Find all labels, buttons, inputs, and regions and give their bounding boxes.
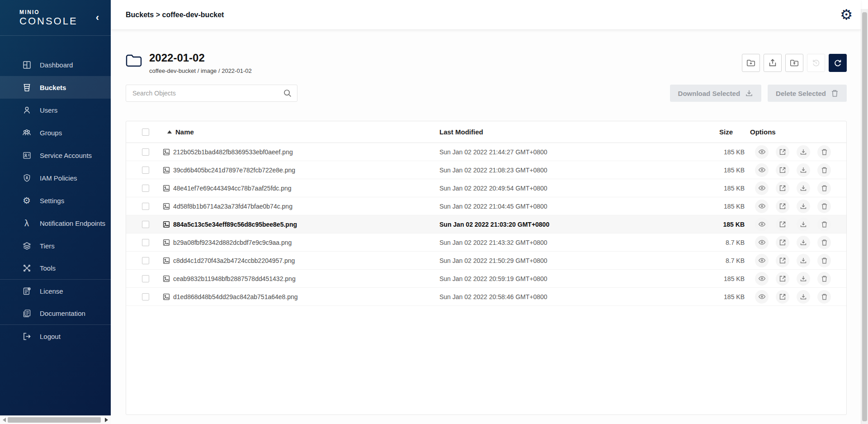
- upload-folder-button[interactable]: [785, 54, 803, 72]
- sidebar-item-logout[interactable]: Logout: [0, 325, 111, 348]
- sidebar-item-tools[interactable]: Tools: [0, 257, 111, 280]
- row-checkbox[interactable]: [142, 203, 149, 210]
- preview-button[interactable]: [755, 200, 769, 213]
- table-row[interactable]: 4d58f8b1b6714a23a73fd47bfae0b74c.png Sun…: [126, 197, 846, 215]
- object-size: 185 KB: [690, 185, 745, 192]
- object-size: 185 KB: [690, 148, 745, 156]
- delete-button[interactable]: [817, 200, 831, 213]
- horizontal-scrollbar-thumb[interactable]: [8, 417, 101, 423]
- vertical-scrollbar[interactable]: [861, 9, 868, 424]
- delete-button[interactable]: [817, 218, 831, 231]
- new-folder-button[interactable]: [742, 54, 760, 72]
- upload-file-button[interactable]: [764, 54, 782, 72]
- select-all-checkbox[interactable]: [142, 129, 149, 136]
- row-checkbox[interactable]: [142, 185, 149, 192]
- preview-button[interactable]: [755, 218, 769, 231]
- preview-button[interactable]: [755, 236, 769, 249]
- download-selected-button[interactable]: Download Selected: [670, 85, 762, 102]
- download-button[interactable]: [797, 145, 810, 159]
- row-checkbox[interactable]: [142, 275, 149, 282]
- share-icon: [779, 239, 786, 246]
- row-checkbox[interactable]: [142, 167, 149, 174]
- gear-icon[interactable]: ⚙: [840, 8, 853, 22]
- preview-button[interactable]: [755, 181, 769, 195]
- table-row[interactable]: ceab9832b11948bfb2887578dd451432.png Sun…: [126, 270, 846, 288]
- download-button[interactable]: [797, 290, 810, 304]
- download-button[interactable]: [797, 181, 810, 195]
- license-icon: [22, 286, 32, 296]
- scroll-left-arrow[interactable]: [3, 418, 6, 422]
- delete-button[interactable]: [817, 272, 831, 286]
- share-button[interactable]: [776, 200, 789, 213]
- delete-button[interactable]: [817, 145, 831, 159]
- delete-button[interactable]: [817, 290, 831, 304]
- table-row[interactable]: b29a08fbf92342d882dcbdf7e9c9c9aa.png Sun…: [126, 233, 846, 252]
- share-button[interactable]: [776, 145, 789, 159]
- preview-button[interactable]: [755, 272, 769, 286]
- delete-button[interactable]: [817, 163, 831, 177]
- table-row[interactable]: c8dd4c1d270f43a2b4724ccbb2204957.png Sun…: [126, 252, 846, 270]
- table-row[interactable]: 212b052b1bad482fb8369533ebf0aeef.png Sun…: [126, 143, 846, 161]
- sidebar-menu: Dashboard Buckets Users Groups Service A: [0, 36, 111, 348]
- sidebar-item-tiers[interactable]: Tiers: [0, 234, 111, 257]
- share-button[interactable]: [776, 272, 789, 286]
- row-checkbox[interactable]: [142, 257, 149, 264]
- table-row[interactable]: 884a5c13c5e34eff89c56d8c95bee8e5.png Sun…: [126, 215, 846, 233]
- horizontal-scrollbar[interactable]: [0, 415, 111, 424]
- eye-icon: [758, 202, 766, 210]
- column-header-name[interactable]: Name: [158, 128, 439, 136]
- sidebar-item-buckets[interactable]: Buckets: [0, 76, 111, 99]
- sidebar-item-license[interactable]: License: [0, 280, 111, 302]
- sidebar-item-documentation[interactable]: Documentation: [0, 302, 111, 325]
- download-button[interactable]: [797, 218, 810, 231]
- share-button[interactable]: [776, 163, 789, 177]
- object-last-modified: Sun Jan 02 2022 21:03:20 GMT+0800: [439, 221, 690, 228]
- sidebar: MINIO CONSOLE ‹ Dashboard Buckets Users: [0, 0, 111, 415]
- rewind-button[interactable]: [807, 54, 825, 72]
- trash-icon: [821, 275, 828, 282]
- share-icon: [779, 257, 786, 264]
- sidebar-item-dashboard[interactable]: Dashboard: [0, 53, 111, 76]
- sidebar-item-iam-policies[interactable]: IAM Policies: [0, 167, 111, 189]
- download-button[interactable]: [797, 163, 810, 177]
- share-button[interactable]: [776, 254, 789, 267]
- search-icon: [283, 89, 292, 98]
- table-row[interactable]: d1ed868d48b54dd29ac842ab751a64e8.png Sun…: [126, 288, 846, 306]
- delete-button[interactable]: [817, 181, 831, 195]
- preview-button[interactable]: [755, 290, 769, 304]
- sidebar-item-users[interactable]: Users: [0, 99, 111, 121]
- delete-button[interactable]: [817, 254, 831, 267]
- table-row[interactable]: 48e41ef7e69c443494cc78b7aaf25fdc.png Sun…: [126, 179, 846, 197]
- download-button[interactable]: [797, 254, 810, 267]
- share-button[interactable]: [776, 236, 789, 249]
- row-checkbox[interactable]: [142, 239, 149, 246]
- buckets-icon: [22, 82, 32, 92]
- chevron-left-icon[interactable]: ‹: [93, 12, 102, 24]
- download-button[interactable]: [797, 236, 810, 249]
- table-row[interactable]: 39cd6b405bc241d7897e782fcb722e8e.png Sun…: [126, 161, 846, 179]
- preview-button[interactable]: [755, 254, 769, 267]
- new-folder-icon: [746, 58, 756, 68]
- search-input[interactable]: [126, 85, 297, 102]
- preview-button[interactable]: [755, 145, 769, 159]
- delete-selected-button[interactable]: Delete Selected: [768, 85, 847, 102]
- object-last-modified: Sun Jan 02 2022 20:59:19 GMT+0800: [439, 275, 690, 282]
- share-button[interactable]: [776, 290, 789, 304]
- vertical-scrollbar-thumb[interactable]: [862, 12, 867, 421]
- download-button[interactable]: [797, 272, 810, 286]
- sidebar-item-service-accounts[interactable]: Service Accounts: [0, 144, 111, 167]
- row-checkbox[interactable]: [142, 221, 149, 228]
- scroll-right-arrow[interactable]: [105, 418, 108, 422]
- row-checkbox[interactable]: [142, 148, 149, 156]
- sidebar-item-settings[interactable]: ⚙ Settings: [0, 189, 111, 212]
- share-button[interactable]: [776, 181, 789, 195]
- refresh-button[interactable]: [829, 54, 847, 72]
- delete-button[interactable]: [817, 236, 831, 249]
- download-button[interactable]: [797, 200, 810, 213]
- breadcrumb[interactable]: Buckets > coffee-dev-bucket: [126, 11, 224, 19]
- row-checkbox[interactable]: [142, 293, 149, 300]
- preview-button[interactable]: [755, 163, 769, 177]
- sidebar-item-notification-endpoints[interactable]: λ Notification Endpoints: [0, 212, 111, 234]
- sidebar-item-groups[interactable]: Groups: [0, 121, 111, 144]
- share-button[interactable]: [776, 218, 789, 231]
